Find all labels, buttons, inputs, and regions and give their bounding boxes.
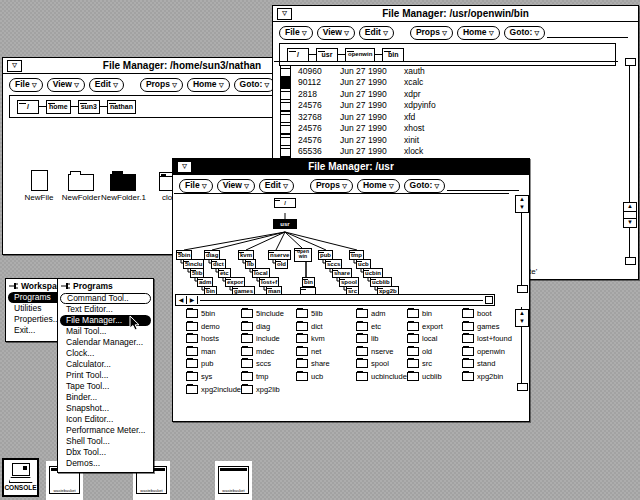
window-menu-button[interactable]: ▽ bbox=[177, 161, 192, 173]
tree-node-man[interactable]: man bbox=[266, 286, 282, 294]
menu-item-texteditor[interactable]: Text Editor... bbox=[60, 304, 151, 315]
folder-item-mdec[interactable]: mdec bbox=[241, 347, 274, 356]
path-button-openwin[interactable]: openwin bbox=[345, 48, 375, 62]
menu-item-dbxtool[interactable]: Dbx Tool... bbox=[60, 447, 151, 458]
folder-item-dict[interactable]: dict bbox=[296, 322, 323, 331]
folder-item-xpg2lib[interactable]: xpg2lib bbox=[241, 385, 280, 394]
menu-item-snapshot[interactable]: Snapshot... bbox=[60, 403, 151, 414]
path-button-nathan[interactable]: nathan bbox=[107, 100, 136, 114]
file-row[interactable]: 24576Jun 27 1990xhost bbox=[274, 123, 618, 135]
window-menu-button[interactable]: ▽ bbox=[7, 60, 22, 72]
file-row[interactable]: 65536Jun 27 1990xlock bbox=[274, 146, 618, 158]
menu-button-view[interactable]: View ▽ bbox=[317, 26, 355, 40]
folder-item-5include[interactable]: 5include bbox=[241, 309, 284, 318]
menu-button-goto[interactable]: Goto: ▽ bbox=[404, 179, 446, 193]
path-button-usr[interactable]: usr bbox=[316, 48, 338, 62]
path-button-[interactable]: / bbox=[17, 100, 39, 114]
folder-item-boot[interactable]: boot bbox=[462, 309, 492, 318]
folder-item-lib[interactable]: lib bbox=[356, 334, 379, 343]
folder-item-net[interactable]: net bbox=[296, 347, 321, 356]
tree-node-bin[interactable]: bin bbox=[204, 286, 217, 294]
folder-item-pub[interactable]: pub bbox=[186, 359, 214, 368]
scroll-right-icon[interactable]: ▶ bbox=[187, 296, 198, 304]
menu-button-goto[interactable]: Goto: ▽ bbox=[234, 78, 276, 92]
menu-item-demos[interactable]: Demos... bbox=[60, 458, 151, 469]
tree-node-root[interactable]: / bbox=[274, 198, 296, 208]
scroll-up-icon[interactable]: ▲ bbox=[624, 203, 636, 211]
folder-item-hosts[interactable]: hosts bbox=[186, 334, 219, 343]
folder-item-adm[interactable]: adm bbox=[356, 309, 386, 318]
menu-item-calendarmanager[interactable]: Calendar Manager... bbox=[60, 337, 151, 348]
goto-input[interactable] bbox=[547, 28, 628, 38]
folder-item-5lib[interactable]: 5lib bbox=[296, 309, 323, 318]
titlebar-usr[interactable]: ▽ File Manager: /usr bbox=[173, 159, 529, 175]
menu-button-edit[interactable]: Edit ▽ bbox=[359, 26, 394, 40]
folder-item-ucblib[interactable]: ucblib bbox=[407, 372, 442, 381]
folder-item-xpg2include[interactable]: xpg2include bbox=[186, 385, 241, 394]
scrollbar-top-anchor[interactable] bbox=[625, 58, 636, 66]
menu-item-printtool[interactable]: Print Tool... bbox=[60, 370, 151, 381]
menu-item-clock[interactable]: Clock... bbox=[60, 348, 151, 359]
console-icon[interactable]: CONSOLE bbox=[2, 458, 39, 497]
menu-button-file[interactable]: File ▽ bbox=[9, 78, 43, 92]
vertical-scrollbar[interactable]: ▲ ▼ bbox=[623, 56, 636, 265]
scroll-left-icon[interactable]: ◀ bbox=[176, 296, 187, 304]
folder-item-ucbinclude[interactable]: ucbinclude bbox=[356, 372, 407, 381]
tree-node-openwin[interactable]: openwin bbox=[294, 248, 312, 262]
folder-item-man[interactable]: man bbox=[186, 347, 216, 356]
window-menu-button[interactable]: ▽ bbox=[277, 8, 292, 20]
menu-item-programs[interactable]: Programs bbox=[8, 292, 62, 303]
folder-item-ucb[interactable]: ucb bbox=[296, 372, 323, 381]
tree-node-games[interactable]: games bbox=[232, 286, 255, 294]
folder-item-spool[interactable]: spool bbox=[356, 359, 389, 368]
scroll-down-icon[interactable]: ▼ bbox=[516, 318, 528, 326]
menu-item-performancemeter[interactable]: Performance Meter... bbox=[60, 425, 151, 436]
menu-item-binder[interactable]: Binder... bbox=[60, 392, 151, 403]
menu-button-home[interactable]: Home ▽ bbox=[187, 78, 230, 92]
folder-item-demo[interactable]: demo bbox=[186, 322, 220, 331]
scrollbar-elevator[interactable]: ▲ ▼ bbox=[515, 309, 529, 327]
folder-item-old[interactable]: old bbox=[407, 347, 432, 356]
menu-button-props[interactable]: Props ▽ bbox=[310, 179, 353, 193]
scroll-up-icon[interactable]: ▲ bbox=[516, 310, 528, 318]
scrollbar-bottom-anchor[interactable] bbox=[517, 285, 528, 293]
folder-item-kvm[interactable]: kvm bbox=[296, 334, 325, 343]
titlebar-openwin-bin[interactable]: ▽ File Manager: /usr/openwin/bin bbox=[273, 6, 638, 22]
folder-item-5bin[interactable]: 5bin bbox=[186, 309, 215, 318]
menu-item-iconeditor[interactable]: Icon Editor... bbox=[60, 414, 151, 425]
folder-item-sys[interactable]: sys bbox=[186, 372, 212, 381]
scroll-up-icon[interactable]: ▲ bbox=[516, 196, 528, 204]
file-icon-newfolder1[interactable]: NewFolder.1 bbox=[101, 170, 145, 202]
folder-item-bin[interactable]: bin bbox=[407, 309, 432, 318]
menu-item-tapetool[interactable]: Tape Tool... bbox=[60, 381, 151, 392]
tree-node-src[interactable]: src bbox=[346, 286, 359, 294]
tree-node-unnamed[interactable] bbox=[300, 287, 316, 294]
menu-button-edit[interactable]: Edit ▽ bbox=[259, 179, 294, 193]
path-button-[interactable]: / bbox=[287, 48, 309, 62]
menu-button-home[interactable]: Home ▽ bbox=[357, 179, 400, 193]
folder-item-export[interactable]: export bbox=[407, 322, 443, 331]
menu-button-edit[interactable]: Edit ▽ bbox=[89, 78, 124, 92]
menu-item-properties[interactable]: Properties... bbox=[8, 314, 62, 325]
folder-item-stand[interactable]: stand bbox=[462, 359, 495, 368]
tree-node-xpg2b[interactable]: xpg2b bbox=[377, 286, 399, 294]
folder-item-share[interactable]: share bbox=[296, 359, 330, 368]
file-icon-newfolder[interactable]: NewFolder bbox=[59, 170, 103, 202]
wastebasket-icon[interactable]: wastebasket bbox=[215, 461, 252, 500]
menu-item-utilities[interactable]: Utilities bbox=[8, 303, 62, 314]
folder-item-nserve[interactable]: nserve bbox=[356, 347, 394, 356]
file-row[interactable]: 2818Jun 27 1990xdpr bbox=[274, 88, 618, 100]
file-row[interactable]: 24576Jun 27 1990xdpyinfo bbox=[274, 100, 618, 112]
file-row[interactable]: 90112Jun 27 1990xcalc bbox=[274, 77, 618, 89]
folder-item-include[interactable]: include bbox=[241, 334, 280, 343]
menu-button-view[interactable]: View ▽ bbox=[47, 78, 85, 92]
folder-item-sccs[interactable]: sccs bbox=[241, 359, 271, 368]
scrollbar-elevator[interactable]: ▲ ▼ bbox=[515, 195, 529, 213]
folder-item-openwin[interactable]: openwin bbox=[462, 347, 505, 356]
file-row[interactable]: 32768Jun 27 1990xfd bbox=[274, 111, 618, 123]
scrollbar-bottom-anchor[interactable] bbox=[517, 383, 528, 391]
pushpin-icon[interactable] bbox=[9, 282, 19, 290]
menu-button-file[interactable]: File ▽ bbox=[279, 26, 313, 40]
folder-item-xpg2bin[interactable]: xpg2bin bbox=[462, 372, 503, 381]
file-icon-newfile[interactable]: NewFile bbox=[17, 170, 61, 202]
